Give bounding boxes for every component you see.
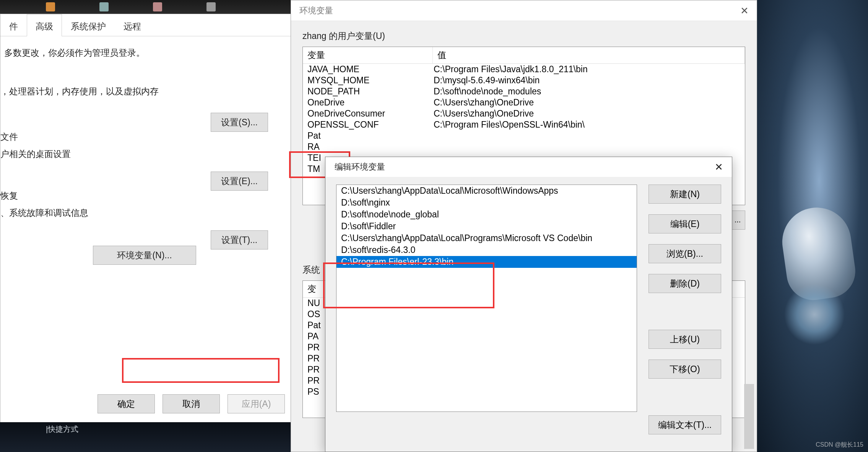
var-name: PR — [303, 342, 326, 353]
ok-button[interactable]: 确定 — [98, 394, 155, 413]
list-item[interactable]: C:\Users\zhang\AppData\Local\Programs\Mi… — [336, 232, 637, 244]
list-item[interactable]: D:\soft\node\node_global — [336, 209, 637, 220]
list-item[interactable]: C:\Users\zhang\AppData\Local\Microsoft\W… — [336, 185, 637, 197]
var-name: Pat — [303, 320, 326, 330]
perf-settings-button[interactable]: 设置(S)... — [211, 113, 268, 132]
more-button[interactable]: ... — [730, 211, 745, 230]
table-header-row: 变量 值 — [303, 47, 745, 64]
var-name: OS — [303, 309, 326, 319]
startup-title: 恢复 — [0, 190, 283, 202]
col-variable[interactable]: 变量 — [303, 47, 433, 63]
col-value[interactable]: 值 — [433, 47, 745, 63]
var-name: MYSQL_HOME — [303, 75, 433, 86]
scrollbar-thumb[interactable] — [744, 384, 754, 449]
var-name: Pat — [303, 131, 433, 141]
new-button[interactable]: 新建(N) — [649, 185, 721, 204]
var-value — [433, 142, 745, 152]
var-value: C:\Program Files\Java\jdk1.8.0_211\bin — [433, 64, 745, 75]
list-item[interactable]: C:\Program Files\erl-23.3\bin — [336, 256, 637, 268]
table-row[interactable]: NODE_PATHD:\soft\node\node_modules — [303, 86, 745, 97]
var-name: PS — [303, 387, 326, 397]
tab-remote[interactable]: 远程 — [115, 14, 150, 36]
table-row[interactable]: JAVA_HOMEC:\Program Files\Java\jdk1.8.0_… — [303, 64, 745, 75]
path-listbox[interactable]: C:\Users\zhang\AppData\Local\Microsoft\W… — [336, 185, 637, 412]
startup-note: 、系统故障和调试信息 — [0, 207, 283, 219]
table-row[interactable]: OneDriveConsumerC:\Users\zhang\OneDrive — [303, 108, 745, 119]
tab-hardware[interactable]: 件 — [0, 14, 27, 36]
var-name: OPENSSL_CONF — [303, 120, 433, 130]
var-name: RA — [303, 142, 433, 152]
list-item[interactable]: D:\soft\nginx — [336, 197, 637, 209]
var-name: OneDriveConsumer — [303, 109, 433, 119]
profile-note: 户相关的桌面设置 — [0, 148, 283, 160]
var-value: D:\mysql-5.6.49-winx64\bin — [433, 75, 745, 86]
move-down-button[interactable]: 下移(O) — [649, 360, 721, 379]
thumb-icon — [153, 2, 162, 11]
var-name: PR — [303, 365, 326, 375]
edit-titlebar[interactable]: 编辑环境变量 ✕ — [325, 157, 732, 177]
close-icon[interactable]: ✕ — [707, 159, 730, 175]
var-name: JAVA_HOME — [303, 64, 433, 75]
taskbar-fragment-top — [0, 0, 306, 14]
var-value: C:\Program Files\OpenSSL-Win64\bin\ — [433, 120, 745, 130]
var-name: PR — [303, 376, 326, 386]
desktop-wallpaper — [746, 0, 868, 452]
tab-advanced[interactable]: 高级 — [27, 14, 62, 36]
edit-title: 编辑环境变量 — [335, 161, 385, 173]
annotation-red-box — [122, 358, 280, 383]
admin-note: 多数更改，你必须作为管理员登录。 — [4, 47, 283, 59]
wallpaper-glow — [784, 284, 845, 345]
profile-title: 文件 — [0, 131, 283, 143]
edit-body: C:\Users\zhang\AppData\Local\Microsoft\W… — [325, 177, 732, 434]
table-row[interactable]: OneDriveC:\Users\zhang\OneDrive — [303, 97, 745, 108]
delete-button[interactable]: 删除(D) — [649, 274, 721, 293]
apply-button: 应用(A) — [228, 394, 285, 413]
profile-settings-button[interactable]: 设置(E)... — [211, 172, 268, 191]
list-item[interactable]: D:\soft\redis-64.3.0 — [336, 244, 637, 256]
env-titlebar[interactable]: 环境变量 ✕ — [291, 0, 757, 21]
perf-note: ，处理器计划，内存使用，以及虚拟内存 — [0, 86, 283, 97]
var-name: PA — [303, 331, 326, 342]
edit-button-col: 新建(N) 编辑(E) 浏览(B)... 删除(D) 上移(U) 下移(O) 编… — [649, 185, 721, 434]
edit-text-button[interactable]: 编辑文本(T)... — [649, 415, 721, 434]
user-vars-label: zhang 的用户变量(U) — [302, 30, 757, 42]
var-name: OneDrive — [303, 97, 433, 108]
var-name: PR — [303, 353, 326, 364]
table-row[interactable]: Pat — [303, 130, 745, 141]
system-properties-window: 件 高级 系统保护 远程 多数更改，你必须作为管理员登录。 ，处理器计划，内存使… — [0, 14, 294, 424]
shortcut-label: |快捷方式 — [46, 424, 78, 434]
move-up-button[interactable]: 上移(U) — [649, 330, 721, 349]
cancel-button[interactable]: 取消 — [163, 394, 220, 413]
env-title: 环境变量 — [299, 5, 333, 16]
var-value — [433, 131, 745, 141]
startup-settings-button[interactable]: 设置(T)... — [211, 230, 268, 249]
var-name: NODE_PATH — [303, 86, 433, 97]
var-value: C:\Users\zhang\OneDrive — [433, 97, 745, 108]
table-row[interactable]: RA — [303, 141, 745, 152]
sysprops-body: 多数更改，你必须作为管理员登录。 ，处理器计划，内存使用，以及虚拟内存 设置(S… — [0, 36, 294, 246]
thumb-icon — [46, 2, 55, 11]
watermark: CSDN @舰长115 — [816, 441, 863, 449]
browse-button[interactable]: 浏览(B)... — [649, 244, 721, 263]
tab-system-protection[interactable]: 系统保护 — [62, 14, 115, 36]
table-row[interactable]: OPENSSL_CONFC:\Program Files\OpenSSL-Win… — [303, 119, 745, 130]
thumb-icon — [206, 2, 216, 11]
list-item[interactable]: D:\soft\Fiddler — [336, 220, 637, 232]
env-vars-button[interactable]: 环境变量(N)... — [93, 246, 196, 265]
edit-button[interactable]: 编辑(E) — [649, 214, 721, 233]
var-value: D:\soft\node\node_modules — [433, 86, 745, 97]
close-icon[interactable]: ✕ — [733, 3, 756, 18]
sysprops-ok-row: 确定 取消 应用(A) — [98, 394, 285, 413]
thumb-icon — [99, 2, 109, 11]
var-name: NU — [303, 298, 326, 308]
sysprops-tabs: 件 高级 系统保护 远程 — [0, 14, 294, 36]
edit-env-var-dialog: 编辑环境变量 ✕ C:\Users\zhang\AppData\Local\Mi… — [325, 157, 732, 452]
col-variable[interactable]: 变 — [303, 281, 326, 297]
var-value: C:\Users\zhang\OneDrive — [433, 109, 745, 119]
table-row[interactable]: MYSQL_HOMED:\mysql-5.6.49-winx64\bin — [303, 75, 745, 86]
